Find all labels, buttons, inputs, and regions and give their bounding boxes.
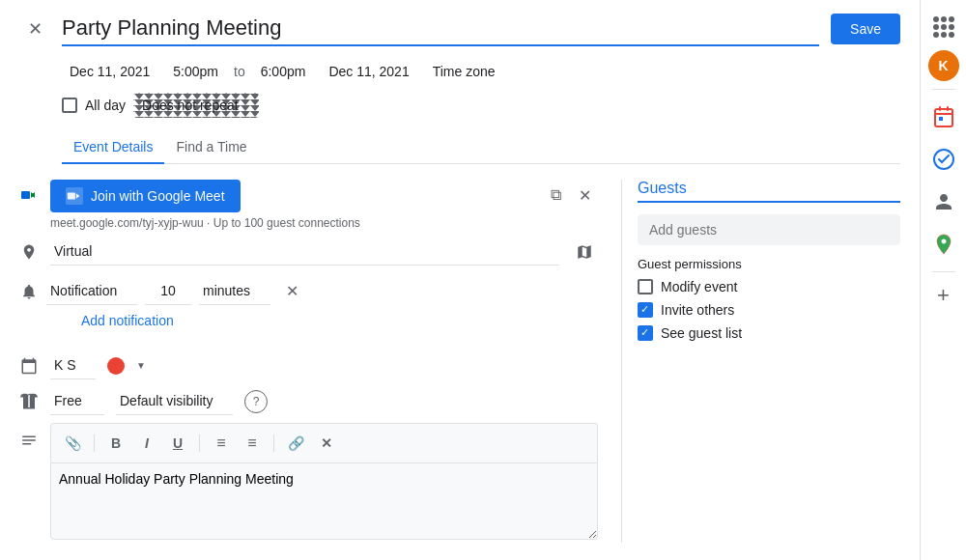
meet-button-icon xyxy=(66,187,83,205)
close-button[interactable]: ✕ xyxy=(19,14,50,44)
description-toolbar: 📎 B I U xyxy=(50,423,598,462)
close-icon: ✕ xyxy=(28,18,43,40)
end-date-button[interactable]: Dec 11, 2021 xyxy=(321,60,416,83)
delete-icon: ✕ xyxy=(579,186,591,205)
link-button[interactable]: 🔗 xyxy=(282,430,309,457)
sidebar-calendar-icon[interactable] xyxy=(924,98,963,136)
status-icon xyxy=(19,392,39,411)
to-separator: to xyxy=(234,64,245,79)
apps-icon xyxy=(931,14,956,40)
underline-icon: U xyxy=(173,435,183,451)
remove-notif-icon: ✕ xyxy=(286,282,298,300)
toolbar-separator-2 xyxy=(199,434,200,452)
allday-label: All day xyxy=(85,98,126,113)
notification-unit-select[interactable]: minutes hours days weeks xyxy=(199,277,270,305)
add-notification-link[interactable]: Add notification xyxy=(81,313,174,328)
notification-type-select[interactable]: Notification Email xyxy=(46,277,137,305)
see-guest-list-label: See guest list xyxy=(661,325,742,341)
modify-event-checkbox[interactable] xyxy=(638,279,653,294)
location-input[interactable] xyxy=(50,238,559,266)
copy-meet-button[interactable]: ⧉ xyxy=(542,182,569,209)
sidebar-divider-2 xyxy=(932,271,955,272)
copy-icon: ⧉ xyxy=(551,186,561,204)
bold-button[interactable]: B xyxy=(102,430,129,457)
help-button[interactable]: ? xyxy=(244,390,268,413)
perm-row-invite: Invite others xyxy=(638,302,900,318)
map-icon[interactable] xyxy=(571,238,598,266)
end-time-button[interactable]: 6:00pm xyxy=(253,60,314,83)
apps-button[interactable] xyxy=(924,8,963,46)
timezone-button[interactable]: Time zone xyxy=(425,60,503,83)
description-textarea[interactable]: Annual Holiday Party Planning Meeting xyxy=(50,462,598,540)
tab-event-details[interactable]: Event Details xyxy=(62,131,164,164)
invite-others-checkbox[interactable] xyxy=(638,302,653,318)
start-time-button[interactable]: 5:00pm xyxy=(165,60,226,83)
description-icon xyxy=(19,431,39,450)
svg-rect-1 xyxy=(21,191,30,199)
modify-event-label: Modify event xyxy=(661,279,737,294)
location-icon xyxy=(19,242,39,262)
delete-meet-button[interactable]: ✕ xyxy=(571,182,598,209)
italic-button[interactable]: I xyxy=(133,430,160,457)
event-title-input[interactable] xyxy=(62,12,819,46)
see-guest-list-checkbox[interactable] xyxy=(638,325,653,341)
status-select[interactable]: Free Busy xyxy=(50,387,104,415)
sidebar-divider-1 xyxy=(932,89,955,90)
add-guests-input[interactable] xyxy=(638,214,900,245)
perm-row-guestlist: See guest list xyxy=(638,325,900,341)
link-icon: 🔗 xyxy=(288,435,304,451)
perm-row-modify: Modify event xyxy=(638,279,900,294)
attach-icon: 📎 xyxy=(65,435,81,451)
allday-checkbox[interactable] xyxy=(62,98,77,113)
sidebar-maps-icon[interactable] xyxy=(924,225,963,264)
tab-find-time[interactable]: Find a Time xyxy=(164,131,258,164)
user-avatar[interactable]: K xyxy=(928,50,959,81)
color-dropdown-arrow: ▼ xyxy=(136,360,146,371)
italic-icon: I xyxy=(145,435,149,451)
sidebar-contacts-icon[interactable] xyxy=(924,182,963,221)
notification-icon xyxy=(19,282,39,301)
repeat-select[interactable]: Does not repeat Every day Every week Eve… xyxy=(133,93,259,118)
toolbar-separator-3 xyxy=(273,434,274,452)
invite-others-label: Invite others xyxy=(661,302,734,318)
calendar-select[interactable]: K S xyxy=(50,351,96,379)
help-icon: ? xyxy=(253,395,260,408)
event-color-picker[interactable] xyxy=(107,357,125,375)
ordered-list-button[interactable]: ≡ xyxy=(208,430,235,457)
sidebar-add-button[interactable]: + xyxy=(928,280,959,311)
unordered-list-icon: ≡ xyxy=(247,434,256,452)
calendar-icon xyxy=(19,356,39,376)
add-icon: + xyxy=(937,283,950,308)
meet-link: meet.google.com/tyj-xyjp-wuu · Up to 100… xyxy=(50,216,530,230)
start-date-button[interactable]: Dec 11, 2021 xyxy=(62,60,157,83)
save-button[interactable]: Save xyxy=(831,14,900,44)
svg-rect-3 xyxy=(68,192,75,199)
svg-rect-4 xyxy=(935,109,952,126)
remove-notification-button[interactable]: ✕ xyxy=(278,278,305,305)
visibility-select[interactable]: Default visibility Public Private xyxy=(116,387,233,415)
right-sidebar: K + xyxy=(920,0,966,560)
remove-format-icon: ✕ xyxy=(321,435,332,451)
guest-permissions-title: Guest permissions xyxy=(638,257,900,271)
svg-rect-5 xyxy=(939,117,943,121)
attach-button[interactable]: 📎 xyxy=(59,430,86,457)
panel-divider xyxy=(621,180,622,543)
join-meet-button[interactable]: Join with Google Meet xyxy=(50,180,241,212)
ordered-list-icon: ≡ xyxy=(216,434,225,452)
meet-logo-icon xyxy=(19,185,39,205)
toolbar-separator-1 xyxy=(94,434,95,452)
remove-format-button[interactable]: ✕ xyxy=(313,430,340,457)
guests-title: Guests xyxy=(638,180,900,203)
notification-value-input[interactable] xyxy=(145,277,191,305)
underline-button[interactable]: U xyxy=(164,430,191,457)
sidebar-tasks-icon[interactable] xyxy=(924,140,963,179)
unordered-list-button[interactable]: ≡ xyxy=(239,430,266,457)
bold-icon: B xyxy=(111,435,121,451)
